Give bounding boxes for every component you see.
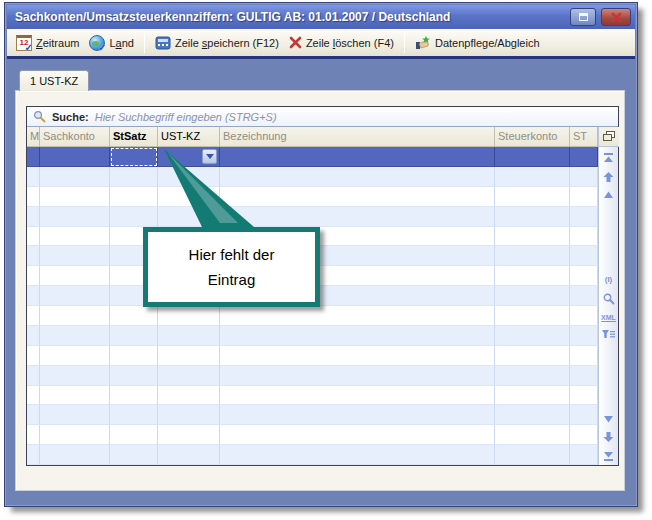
cell-bezeichnung[interactable]: [220, 425, 495, 445]
scroll-to-bottom-button[interactable]: [603, 451, 614, 461]
cell-ust-kz[interactable]: [158, 326, 220, 346]
zeitraum-button[interactable]: 12✓ Zeitraum: [11, 33, 84, 53]
cell-m[interactable]: [27, 405, 40, 425]
cell-sachkonto[interactable]: [40, 425, 110, 445]
table-row[interactable]: [27, 306, 598, 326]
cell-sachkonto[interactable]: [40, 266, 110, 286]
cell-stsatz[interactable]: [110, 346, 158, 366]
close-button[interactable]: [601, 8, 631, 26]
cell-steuerkonto[interactable]: [495, 207, 570, 227]
cell-stsatz[interactable]: [110, 405, 158, 425]
cell-sachkonto[interactable]: [40, 207, 110, 227]
cell-steuerkonto[interactable]: [495, 445, 570, 465]
scroll-to-top-button[interactable]: [603, 153, 614, 163]
cell-stsatz[interactable]: [110, 306, 158, 326]
cell-m[interactable]: [27, 366, 40, 386]
cell-sachkonto[interactable]: [40, 167, 110, 187]
cell-m[interactable]: [27, 167, 40, 187]
table-row-selected[interactable]: [27, 147, 598, 167]
cell-steuerkonto[interactable]: [495, 386, 570, 406]
cell-ust-kz[interactable]: [158, 425, 220, 445]
cell-m[interactable]: [27, 246, 40, 266]
cell-bezeichnung[interactable]: [220, 346, 495, 366]
cell-steuerkonto[interactable]: [495, 246, 570, 266]
cell-sachkonto[interactable]: [40, 445, 110, 465]
search-input[interactable]: Suche: Hier Suchbegriff eingeben (STRG+S…: [27, 107, 618, 127]
cell-bezeichnung[interactable]: [220, 326, 495, 346]
cell-sachkonto[interactable]: [40, 326, 110, 346]
cell-m[interactable]: [27, 286, 40, 306]
cell-steuerkonto[interactable]: [495, 405, 570, 425]
cell-bezeichnung[interactable]: [220, 366, 495, 386]
cell-stsatz[interactable]: [110, 366, 158, 386]
cell-st[interactable]: [570, 386, 598, 406]
cell-sachkonto[interactable]: [40, 306, 110, 326]
cell-stsatz[interactable]: [110, 386, 158, 406]
table-row[interactable]: [27, 425, 598, 445]
cell-steuerkonto[interactable]: [495, 326, 570, 346]
cell-st[interactable]: [570, 266, 598, 286]
cell-ust-kz[interactable]: [158, 386, 220, 406]
cell-steuerkonto[interactable]: [495, 286, 570, 306]
cell-st[interactable]: [570, 246, 598, 266]
cell-bezeichnung[interactable]: [220, 405, 495, 425]
xml-button[interactable]: XML: [601, 314, 616, 321]
column-header-steuerkonto[interactable]: Steuerkonto: [495, 127, 570, 146]
table-row[interactable]: [27, 187, 598, 207]
zeile-loeschen-button[interactable]: Zeile löschen (F4): [284, 34, 399, 51]
move-up-button[interactable]: [603, 172, 614, 182]
page-up-button[interactable]: [603, 191, 614, 199]
cell-bezeichnung[interactable]: [220, 386, 495, 406]
cell-steuerkonto[interactable]: [495, 167, 570, 187]
column-header-sachkonto[interactable]: Sachkonto: [40, 127, 110, 146]
table-row[interactable]: [27, 405, 598, 425]
cell-m[interactable]: [27, 386, 40, 406]
cell-m[interactable]: [27, 227, 40, 247]
cell-st[interactable]: [570, 207, 598, 227]
cell-stsatz[interactable]: [110, 445, 158, 465]
cell-steuerkonto[interactable]: [495, 306, 570, 326]
cell-stsatz[interactable]: [110, 326, 158, 346]
cell-st[interactable]: [570, 366, 598, 386]
column-header-ust-kz[interactable]: UST-KZ: [158, 127, 220, 146]
table-row[interactable]: [27, 346, 598, 366]
grid-settings-button[interactable]: [599, 127, 619, 147]
restore-button[interactable]: [570, 8, 596, 26]
cell-steuerkonto[interactable]: [495, 147, 570, 167]
column-header-st[interactable]: ST: [570, 127, 598, 146]
table-row[interactable]: [27, 445, 598, 465]
column-header-stsatz[interactable]: StSatz: [110, 127, 158, 146]
filter-button[interactable]: [602, 330, 615, 339]
cell-m[interactable]: [27, 326, 40, 346]
cell-stsatz[interactable]: [110, 425, 158, 445]
cell-m[interactable]: [27, 207, 40, 227]
cell-ust-kz[interactable]: [158, 445, 220, 465]
cell-bezeichnung[interactable]: [220, 306, 495, 326]
table-row[interactable]: [27, 366, 598, 386]
cell-st[interactable]: [570, 147, 598, 167]
cell-st[interactable]: [570, 167, 598, 187]
cell-sachkonto[interactable]: [40, 366, 110, 386]
cell-sachkonto[interactable]: [40, 187, 110, 207]
table-row[interactable]: [27, 326, 598, 346]
table-row[interactable]: [27, 207, 598, 227]
zeile-speichern-button[interactable]: Zeile speichern (F12): [150, 33, 284, 53]
cell-st[interactable]: [570, 286, 598, 306]
land-button[interactable]: ✓ Land: [84, 33, 139, 53]
cell-ust-kz[interactable]: [158, 405, 220, 425]
cell-bezeichnung[interactable]: [220, 445, 495, 465]
column-header-bezeichnung[interactable]: Bezeichnung: [220, 127, 495, 146]
table-row[interactable]: [27, 167, 598, 187]
cell-sachkonto[interactable]: [40, 246, 110, 266]
cell-sachkonto[interactable]: [40, 286, 110, 306]
cell-sachkonto[interactable]: [40, 147, 110, 167]
cell-steuerkonto[interactable]: [495, 346, 570, 366]
cell-ust-kz[interactable]: [158, 346, 220, 366]
cell-steuerkonto[interactable]: [495, 227, 570, 247]
cell-st[interactable]: [570, 405, 598, 425]
cell-ust-kz[interactable]: [158, 306, 220, 326]
cell-st[interactable]: [570, 346, 598, 366]
cell-sachkonto[interactable]: [40, 346, 110, 366]
cell-m[interactable]: [27, 346, 40, 366]
zoom-button[interactable]: [603, 293, 615, 305]
